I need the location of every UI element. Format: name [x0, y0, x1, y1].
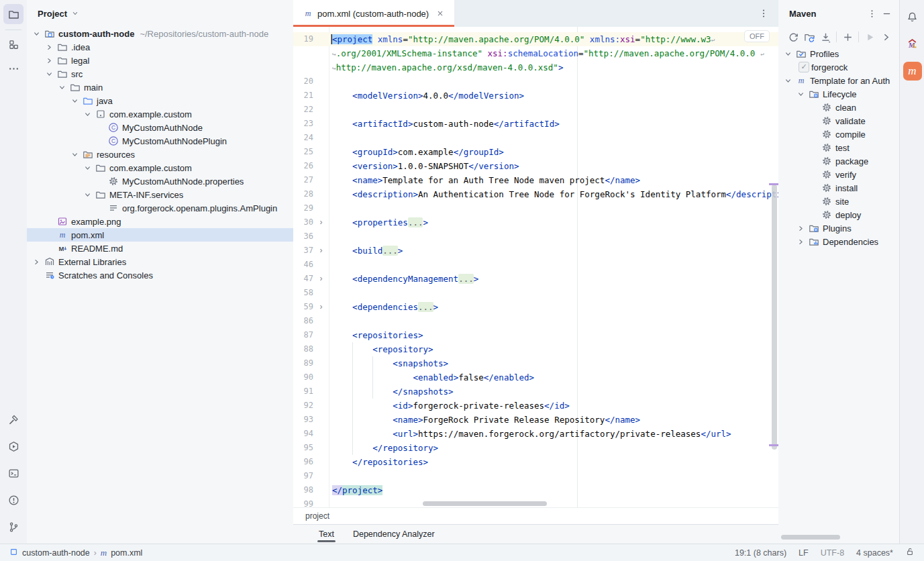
chevron-icon[interactable]	[784, 50, 792, 58]
execute-goal-icon[interactable]	[878, 29, 894, 45]
tree-item-compile[interactable]: compile	[778, 128, 899, 141]
terminal-icon[interactable]	[3, 463, 23, 483]
sync-icon[interactable]	[785, 29, 801, 45]
status-file-name[interactable]: pom.xml	[111, 548, 142, 558]
chevron-icon[interactable]	[797, 90, 805, 99]
code-line-96[interactable]: 96 </repositories>	[293, 455, 778, 469]
chevron-icon[interactable]	[45, 56, 54, 65]
tree-item-pom-xml[interactable]: mpom.xml	[27, 228, 293, 242]
tree-item-plugins[interactable]: Plugins	[778, 221, 899, 235]
unlock-icon[interactable]	[905, 547, 915, 558]
code-line-wrap[interactable]: ↪http://maven.apache.org/xsd/maven-4.0.0…	[293, 60, 778, 74]
status-breadcrumb[interactable]: custom-auth-node › m pom.xml	[9, 548, 142, 558]
close-icon[interactable]	[435, 9, 445, 18]
tree-item-dependencies[interactable]: Dependencies	[778, 235, 899, 248]
code-line-86[interactable]: 86	[293, 314, 778, 328]
code-line-19[interactable]: 19<project xmlns="http://maven.apache.or…	[293, 32, 778, 46]
tree-item-profiles[interactable]: Profiles	[778, 47, 899, 60]
tree-item-mycustomauthnodeplugin[interactable]: CMyCustomAuthNodePlugin	[27, 134, 293, 148]
tree-item-package[interactable]: package	[778, 154, 899, 168]
chevron-icon[interactable]	[32, 258, 41, 266]
tree-item-mycustomauthnode[interactable]: CMyCustomAuthNode	[27, 121, 293, 134]
tree-item-java[interactable]: java	[27, 94, 293, 107]
tree-item-meta-inf-services[interactable]: META-INF.services	[27, 188, 293, 201]
fold-chevron-icon[interactable]: ›	[313, 300, 329, 314]
tree-item-legal[interactable]: legal	[27, 54, 293, 67]
vertical-scrollbar[interactable]	[772, 185, 777, 450]
build-hammer-icon[interactable]	[3, 409, 23, 429]
code-line-22[interactable]: 22	[293, 103, 778, 117]
code-line-59[interactable]: 59› <dependencies...>	[293, 300, 778, 314]
chevron-icon[interactable]	[45, 70, 54, 79]
code-line-94[interactable]: 94 <url>https://maven.forgerock.org/arti…	[293, 427, 778, 441]
code-line-wrap[interactable]: ↪.org/2001/XMLSchema-instance" xsi:schem…	[293, 46, 778, 60]
code-line-95[interactable]: 95 </repository>	[293, 441, 778, 455]
code-line-91[interactable]: 91 </snapshots>	[293, 385, 778, 399]
tree-item-com-example-custom[interactable]: com.example.custom	[27, 161, 293, 174]
chevron-icon[interactable]	[70, 97, 79, 105]
add-maven-project-icon[interactable]	[839, 29, 856, 45]
chevron-icon[interactable]	[797, 224, 805, 233]
fold-chevron-icon[interactable]: ›	[313, 215, 329, 230]
code-line-90[interactable]: 90 <enabled>false</enabled>	[293, 370, 778, 385]
occurrence-marker[interactable]	[769, 183, 778, 185]
tree-item-scratches-and-consoles[interactable]: Scratches and Consoles	[27, 268, 293, 282]
code-line-46[interactable]: 46	[293, 258, 778, 272]
tree-item-test[interactable]: test	[778, 141, 899, 154]
maven-horizontal-scrollbar[interactable]	[781, 535, 840, 540]
chevron-down-icon[interactable]	[71, 9, 79, 17]
code-line-97[interactable]: 97	[293, 469, 778, 483]
tree-item-mycustomauthnode-properties[interactable]: MyCustomAuthNode.properties	[27, 174, 293, 188]
code-line-29[interactable]: 29	[293, 201, 778, 215]
chevron-icon[interactable]	[58, 83, 66, 92]
chevron-icon[interactable]	[797, 238, 805, 246]
tree-item-forgerock[interactable]: ✓forgerock	[778, 60, 899, 74]
tree-item-external-libraries[interactable]: External Libraries	[27, 255, 293, 268]
tree-item-site[interactable]: site	[778, 195, 899, 208]
tree-item--idea[interactable]: .idea	[27, 40, 293, 54]
code-line-23[interactable]: 23 <artifactId>custom-auth-node</artifac…	[293, 117, 778, 131]
maven-options-kebab-icon[interactable]	[864, 6, 879, 21]
tree-item-main[interactable]: main	[27, 81, 293, 94]
code-editor[interactable]: 19<project xmlns="http://maven.apache.or…	[293, 27, 778, 507]
code-line-28[interactable]: 28 <description>An Authentication Tree N…	[293, 187, 778, 201]
code-line-30[interactable]: 30› <properties...>	[293, 215, 778, 230]
code-line-89[interactable]: 89 <snapshots>	[293, 356, 778, 370]
tree-item-validate[interactable]: validate	[778, 114, 899, 128]
code-line-21[interactable]: 21 <modelVersion>4.0.0</modelVersion>	[293, 89, 778, 103]
code-line-58[interactable]: 58	[293, 286, 778, 300]
chevron-icon[interactable]	[784, 76, 792, 85]
code-line-27[interactable]: 27 <name>Template for an Auth Tree Node …	[293, 173, 778, 187]
chevron-icon[interactable]	[83, 191, 92, 199]
indent-setting[interactable]: 4 spaces*	[856, 548, 893, 558]
code-line-36[interactable]: 36	[293, 230, 778, 244]
code-line-88[interactable]: 88 <repository>	[293, 342, 778, 356]
run-goal-icon[interactable]	[862, 29, 878, 45]
structure-icon[interactable]	[3, 34, 23, 54]
caret-position[interactable]: 19:1 (8 chars)	[735, 548, 786, 558]
code-line-37[interactable]: 37› <build...>	[293, 244, 778, 258]
project-panel-header[interactable]: Project	[27, 0, 293, 27]
fold-chevron-icon[interactable]: ›	[313, 244, 329, 258]
highlighting-off-badge[interactable]: OFF	[745, 31, 769, 42]
chevron-icon[interactable]	[32, 30, 41, 38]
chevron-icon[interactable]	[83, 110, 92, 119]
tree-item-install[interactable]: install	[778, 181, 899, 195]
maven-logo-icon[interactable]: M	[903, 34, 923, 54]
tree-item-custom-auth-node[interactable]: custom-auth-node~/Repositories/custom-au…	[27, 27, 293, 40]
chevron-icon[interactable]	[83, 164, 92, 172]
encoding[interactable]: UTF-8	[821, 548, 844, 558]
code-line-26[interactable]: 26 <version>1.0.0-SNAPSHOT</version>	[293, 159, 778, 173]
breadcrumb-project[interactable]: project	[305, 511, 329, 521]
tree-item-deploy[interactable]: deploy	[778, 208, 899, 221]
reload-projects-icon[interactable]	[801, 29, 817, 45]
minimize-icon[interactable]	[879, 6, 894, 21]
tree-item-template-for-an-auth[interactable]: mTemplate for an Auth	[778, 74, 899, 87]
code-line-47[interactable]: 47› <dependencyManagement...>	[293, 272, 778, 286]
tab-text[interactable]: Text	[309, 525, 344, 544]
tree-item-verify[interactable]: verify	[778, 168, 899, 181]
services-icon[interactable]	[3, 436, 23, 456]
git-branch-icon[interactable]	[3, 517, 23, 537]
editor-tab-pom-xml[interactable]: m pom.xml (custom-auth-node)	[293, 0, 454, 27]
chevron-icon[interactable]	[45, 43, 54, 52]
